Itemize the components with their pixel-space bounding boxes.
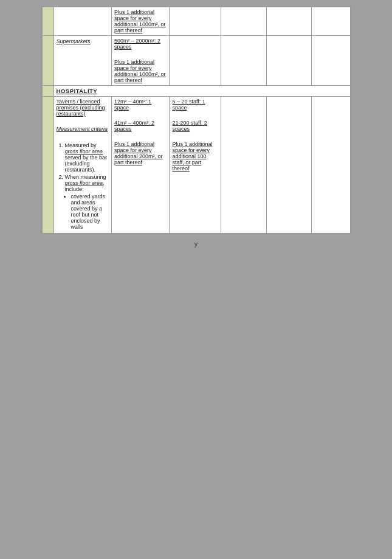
supermarkets-plus: Plus 1 additional space for every additi…: [114, 59, 167, 83]
extra2-cell-supermarkets: [266, 36, 311, 86]
hospitality-header-cell: HOSPITALITY: [53, 86, 350, 97]
sub-list-item: covered yards and areas covered by a roo…: [71, 193, 109, 230]
hospitality-header: HOSPITALITY: [57, 88, 98, 94]
category-cell-supermarkets: Supermarkets: [53, 36, 111, 86]
extra1-cell-taverns: [221, 97, 266, 234]
main-table: Plus 1 additional space for every additi…: [42, 7, 351, 234]
measurement-list: Measured by gross floor area served by t…: [57, 142, 109, 230]
table-row: Supermarkets 500m² – 2000m²: 2 spaces Pl…: [42, 36, 350, 86]
list-item-1: Measured by gross floor area served by t…: [65, 142, 109, 173]
taverns-range1: 12m² – 40m²: 1 space: [114, 99, 167, 111]
main-cell: Plus 1 additional space for every additi…: [112, 7, 170, 36]
staff-cell-supermarkets: [170, 36, 221, 86]
extra1-cell-supermarkets: [221, 36, 266, 86]
taverns-range2: 41m² – 400m²: 2 spaces: [114, 120, 167, 132]
supermarkets-range: 500m² – 2000m²: 2 spaces: [114, 38, 167, 50]
table-row: Plus 1 additional space for every additi…: [42, 7, 350, 36]
measurement-criteria-label: Measurement criteria: [57, 126, 109, 132]
staff-cell-taverns: 5 – 20 staff: 1 space 21-200 staff: 2 sp…: [170, 97, 221, 234]
taverns-plus: Plus 1 additional space for every additi…: [114, 141, 167, 165]
extra2-cell-taverns: [266, 97, 311, 234]
green-cell: [42, 7, 53, 36]
document: Plus 1 additional space for every additi…: [41, 6, 351, 234]
staff-cell: [170, 7, 221, 36]
green-cell: [42, 36, 53, 86]
green-cell: [42, 86, 53, 97]
supermarkets-label: Supermarkets: [57, 38, 91, 44]
text-plus-additional-top: Plus 1 additional space for every additi…: [114, 9, 167, 33]
staff-range2: 21-200 staff: 2 spaces: [172, 120, 218, 132]
taverns-title: Taverns / licenced premises (excluding r…: [57, 99, 109, 117]
table-row: HOSPITALITY: [42, 86, 350, 97]
extra3-cell-supermarkets: [311, 36, 350, 86]
main-cell-taverns: 12m² – 40m²: 1 space 41m² – 400m²: 2 spa…: [112, 97, 170, 234]
extra3-cell: [311, 7, 350, 36]
green-cell: [42, 97, 53, 234]
category-cell-taverns: Taverns / licenced premises (excluding r…: [53, 97, 111, 234]
page-wrapper: Plus 1 additional space for every additi…: [0, 0, 392, 559]
extra2-cell: [266, 7, 311, 36]
sub-list: covered yards and areas covered by a roo…: [65, 193, 109, 230]
extra3-cell-taverns: [311, 97, 350, 234]
table-row-taverns: Taverns / licenced premises (excluding r…: [42, 97, 350, 234]
list-item-2: When measuring gross floor area, include…: [65, 174, 109, 230]
extra1-cell: [221, 7, 266, 36]
staff-range1: 5 – 20 staff: 1 space: [172, 99, 218, 111]
main-cell-supermarkets: 500m² – 2000m²: 2 spaces Plus 1 addition…: [112, 36, 170, 86]
page-number: y: [194, 240, 198, 248]
category-cell: [53, 7, 111, 36]
staff-plus: Plus 1 additional space for every additi…: [172, 141, 218, 172]
